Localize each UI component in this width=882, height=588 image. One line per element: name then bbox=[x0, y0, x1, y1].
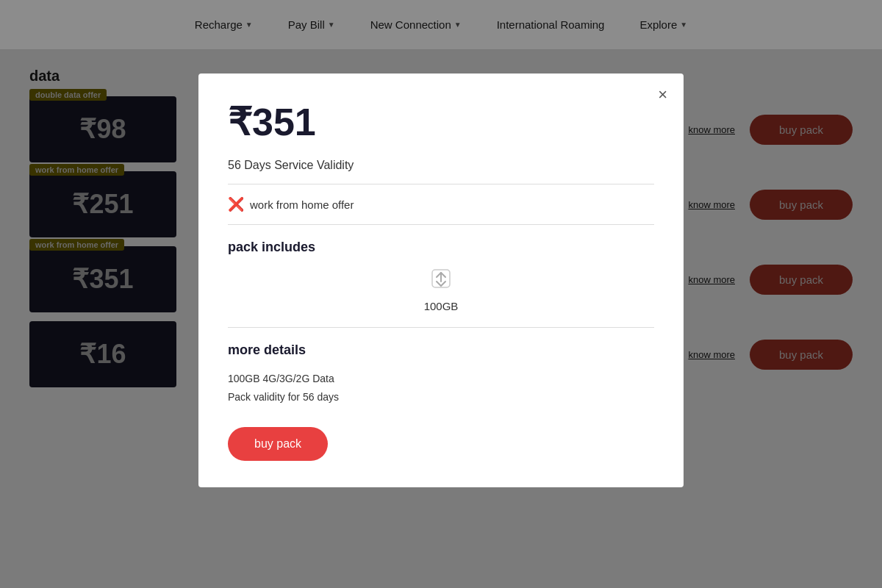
modal-close-button[interactable]: × bbox=[658, 87, 667, 103]
data-transfer-icon bbox=[429, 267, 453, 295]
detail-item-1: 100GB 4G/3G/2G Data bbox=[228, 370, 654, 388]
modal: × ₹351 56 Days Service Validity ❌ work f… bbox=[198, 74, 684, 487]
offer-badge-icon: ❌ bbox=[228, 196, 244, 212]
modal-offer-label: work from home offer bbox=[250, 198, 354, 211]
detail-item-2: Pack validity for 56 days bbox=[228, 388, 654, 406]
more-details-section: more details 100GB 4G/3G/2G Data Pack va… bbox=[228, 343, 654, 406]
modal-buy-pack-button[interactable]: buy pack bbox=[228, 427, 328, 461]
modal-overlay: × ₹351 56 Days Service Validity ❌ work f… bbox=[0, 0, 882, 588]
data-amount: 100GB bbox=[424, 300, 459, 312]
modal-validity: 56 Days Service Validity bbox=[228, 159, 654, 184]
pack-includes-title: pack includes bbox=[228, 240, 654, 255]
more-details-list: 100GB 4G/3G/2G Data Pack validity for 56… bbox=[228, 370, 654, 406]
modal-price: ₹351 bbox=[228, 100, 654, 144]
pack-includes: 100GB bbox=[228, 267, 654, 328]
modal-offer-row: ❌ work from home offer bbox=[228, 196, 654, 225]
more-details-title: more details bbox=[228, 343, 654, 358]
